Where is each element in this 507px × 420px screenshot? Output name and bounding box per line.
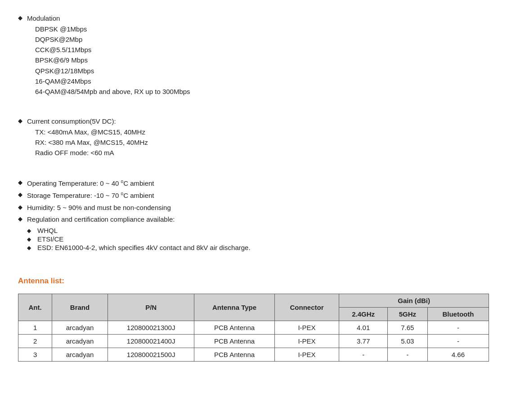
operating-text: Operating Temperature: 0 ~ 40 oC ambient bbox=[27, 178, 154, 189]
bullet-diamond-st-icon: ◆ bbox=[18, 191, 22, 198]
type-cell: PCB Antenna bbox=[194, 348, 274, 361]
col-gain-24-header: 2.4GHz bbox=[339, 307, 388, 321]
table-header-row-1: Ant. Brand P/N Antenna Type Connector Ga… bbox=[18, 294, 489, 307]
current-header: Current consumption(5V DC): bbox=[27, 117, 116, 125]
mod-line-7: 64-QAM@48/54Mpb and above, RX up to 300M… bbox=[27, 86, 190, 97]
gain24-cell: 4.01 bbox=[339, 321, 388, 334]
whql-text: WHQL bbox=[37, 227, 58, 234]
humidity-text: Humidity: 5 ~ 90% and must be non-conden… bbox=[27, 203, 171, 213]
brand-cell: arcadyan bbox=[52, 334, 108, 348]
spacer-1 bbox=[18, 107, 489, 116]
ant-cell: 1 bbox=[18, 321, 52, 334]
connector-cell: I-PEX bbox=[274, 321, 339, 334]
esd-bullet: ◆ ESD: EN61000-4-2, which specifies 4kV … bbox=[27, 244, 489, 251]
connector-cell: I-PEX bbox=[274, 348, 339, 361]
col-antenna-type-header: Antenna Type bbox=[194, 294, 274, 321]
table-row-1: 1arcadyan120800021300JPCB AntennaI-PEX4.… bbox=[18, 321, 489, 334]
bullet-diamond-etsi-icon: ◆ bbox=[27, 236, 31, 242]
storage-bullet: ◆ Storage Temperature: -10 ~ 70 oC ambie… bbox=[18, 190, 489, 201]
brand-cell: arcadyan bbox=[52, 321, 108, 334]
antenna-section-title: Antenna list: bbox=[18, 277, 489, 286]
current-line-2: RX: <380 mA Max, @MCS15, 40MHz bbox=[27, 137, 148, 147]
bullet-diamond-reg-icon: ◆ bbox=[18, 215, 22, 222]
pn-cell: 120800021500J bbox=[108, 348, 194, 361]
whql-bullet: ◆ WHQL bbox=[27, 227, 489, 234]
ant-cell: 3 bbox=[18, 348, 52, 361]
current-content: Current consumption(5V DC): TX: <480mA M… bbox=[27, 116, 148, 158]
antenna-table: Ant. Brand P/N Antenna Type Connector Ga… bbox=[18, 294, 489, 362]
mod-line-4: BPSK@6/9 Mbps bbox=[27, 55, 190, 65]
col-brand-header: Brand bbox=[52, 294, 108, 321]
pn-cell: 120800021300J bbox=[108, 321, 194, 334]
gain5-cell: 7.65 bbox=[387, 321, 427, 334]
bullet-diamond-whql-icon: ◆ bbox=[27, 228, 31, 234]
regulation-bullet: ◆ Regulation and certification complianc… bbox=[18, 214, 489, 225]
col-pn-header: P/N bbox=[108, 294, 194, 321]
type-cell: PCB Antenna bbox=[194, 321, 274, 334]
spacer-3 bbox=[18, 252, 489, 262]
ant-cell: 2 bbox=[18, 334, 52, 348]
spacer-2 bbox=[18, 168, 489, 178]
modulation-content: Modulation DBPSK @1Mbps DQPSK@2Mbp CCK@5… bbox=[27, 13, 190, 97]
storage-text: Storage Temperature: -10 ~ 70 oC ambient bbox=[27, 190, 154, 201]
type-cell: PCB Antenna bbox=[194, 334, 274, 348]
esd-text: ESD: EN61000-4-2, which specifies 4kV co… bbox=[37, 244, 251, 251]
table-row-2: 2arcadyan120800021400JPCB AntennaI-PEX3.… bbox=[18, 334, 489, 348]
col-gain-5-header: 5GHz bbox=[387, 307, 427, 321]
gainbt-cell: - bbox=[427, 321, 489, 334]
modulation-section: ◆ Modulation DBPSK @1Mbps DQPSK@2Mbp CCK… bbox=[18, 13, 489, 97]
current-line-3: Radio OFF mode: <60 mA bbox=[27, 147, 148, 158]
modulation-bullet: ◆ Modulation DBPSK @1Mbps DQPSK@2Mbp CCK… bbox=[18, 13, 489, 97]
pn-cell: 120800021400J bbox=[108, 334, 194, 348]
mod-line-3: CCK@5.5/11Mbps bbox=[27, 45, 190, 55]
mod-line-5: QPSK@12/18Mbps bbox=[27, 66, 190, 76]
gain24-cell: 3.77 bbox=[339, 334, 388, 348]
modulation-header: Modulation bbox=[27, 14, 60, 22]
col-gain-bt-header: Bluetooth bbox=[427, 307, 489, 321]
gain24-cell: - bbox=[339, 348, 388, 361]
mod-line-1: DBPSK @1Mbps bbox=[27, 24, 190, 34]
operating-bullet: ◆ Operating Temperature: 0 ~ 40 oC ambie… bbox=[18, 178, 489, 189]
mod-line-2: DQPSK@2Mbp bbox=[27, 34, 190, 45]
table-row-3: 3arcadyan120800021500JPCB AntennaI-PEX--… bbox=[18, 348, 489, 361]
current-line-1: TX: <480mA Max, @MCS15, 40MHz bbox=[27, 127, 148, 137]
gain5-cell: - bbox=[387, 348, 427, 361]
etsi-bullet: ◆ ETSI/CE bbox=[27, 235, 489, 243]
current-section: ◆ Current consumption(5V DC): TX: <480mA… bbox=[18, 116, 489, 158]
etsi-text: ETSI/CE bbox=[37, 235, 63, 243]
gainbt-cell: - bbox=[427, 334, 489, 348]
brand-cell: arcadyan bbox=[52, 348, 108, 361]
gainbt-cell: 4.66 bbox=[427, 348, 489, 361]
col-ant-header: Ant. bbox=[18, 294, 52, 321]
antenna-table-body: 1arcadyan120800021300JPCB AntennaI-PEX4.… bbox=[18, 321, 489, 361]
current-bullet: ◆ Current consumption(5V DC): TX: <480mA… bbox=[18, 116, 489, 158]
regulation-text: Regulation and certification compliance … bbox=[27, 214, 175, 225]
spacer-4 bbox=[18, 262, 489, 272]
bullet-diamond-op-icon: ◆ bbox=[18, 179, 22, 186]
bullet-diamond-current-icon: ◆ bbox=[18, 117, 22, 124]
col-connector-header: Connector bbox=[274, 294, 339, 321]
bullet-diamond-hum-icon: ◆ bbox=[18, 204, 22, 210]
mod-line-6: 16-QAM@24Mbps bbox=[27, 76, 190, 86]
col-gain-header: Gain (dBi) bbox=[339, 294, 489, 307]
humidity-bullet: ◆ Humidity: 5 ~ 90% and must be non-cond… bbox=[18, 203, 489, 213]
gain5-cell: 5.03 bbox=[387, 334, 427, 348]
bullet-diamond-esd-icon: ◆ bbox=[27, 245, 31, 251]
bullet-diamond-icon: ◆ bbox=[18, 14, 22, 21]
connector-cell: I-PEX bbox=[274, 334, 339, 348]
